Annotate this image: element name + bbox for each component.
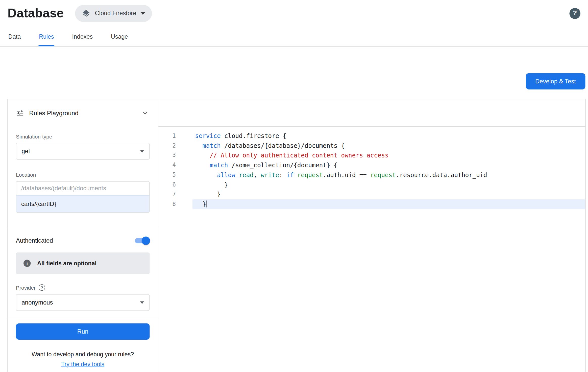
playground-title: Rules Playground (29, 109, 79, 117)
code-text[interactable]: } (192, 199, 585, 209)
page-header: Database Cloud Firestore ? (0, 0, 588, 27)
help-button[interactable]: ? (570, 8, 581, 19)
simulation-type-label: Simulation type (16, 133, 150, 140)
code-line: 1service cloud.firestore { (158, 131, 585, 141)
authenticated-label: Authenticated (16, 237, 53, 244)
question-mark-icon: ? (573, 10, 577, 17)
database-selector[interactable]: Cloud Firestore (75, 5, 152, 22)
location-box: /databases/(default)/documents carts/{ca… (16, 181, 150, 213)
code-text[interactable]: allow read, write: if request.auth.uid =… (192, 170, 585, 180)
firestore-icon (82, 9, 91, 18)
divider (8, 228, 158, 228)
dropdown-arrow-icon (140, 150, 144, 153)
chevron-down-icon[interactable] (141, 108, 150, 118)
code-line: 2 match /databases/{database}/documents … (158, 141, 585, 151)
code-text[interactable]: match /databases/{database}/documents { (192, 141, 585, 151)
location-label: Location (16, 172, 150, 178)
info-banner: i All fields are optional (16, 252, 150, 274)
code-text[interactable]: } (192, 190, 585, 199)
code-line: 5 allow read, write: if request.auth.uid… (158, 170, 585, 180)
provider-row: Provider ? (16, 284, 150, 291)
code-text[interactable]: } (192, 180, 585, 190)
provider-help-icon[interactable]: ? (39, 284, 45, 291)
text-cursor (206, 200, 207, 207)
provider-value: anonymous (22, 299, 53, 306)
line-number: 4 (158, 160, 192, 170)
code-editor[interactable]: 1service cloud.firestore {2 match /datab… (158, 127, 585, 372)
line-number: 6 (158, 180, 192, 190)
tab-usage[interactable]: Usage (110, 27, 129, 46)
playground-header[interactable]: Rules Playground (8, 99, 158, 127)
firebase-database-page: Database Cloud Firestore ? DataRulesInde… (0, 0, 588, 372)
divider (8, 318, 158, 318)
tab-rules[interactable]: Rules (38, 27, 55, 46)
toggle-thumb (142, 237, 150, 245)
authenticated-toggle[interactable] (135, 238, 149, 243)
database-selector-label: Cloud Firestore (95, 10, 136, 17)
code-line: 4 match /some_collection/{document} { (158, 160, 585, 170)
actions-row: Develop & Test (0, 73, 588, 90)
page-title: Database (8, 6, 64, 20)
tab-data[interactable]: Data (8, 27, 21, 46)
code-line: 7 } (158, 190, 585, 199)
code-text[interactable]: match /some_collection/{document} { (192, 160, 585, 170)
dropdown-arrow-icon (140, 301, 144, 304)
dev-tools-link[interactable]: Try the dev tools (61, 361, 104, 368)
line-number: 3 (158, 151, 192, 160)
location-placeholder[interactable]: /databases/(default)/documents (16, 182, 150, 195)
info-icon: i (23, 260, 31, 267)
chevron-down-icon (140, 12, 145, 15)
simulation-type-value: get (22, 148, 30, 155)
playground-body: Simulation type get Location /databases/… (8, 133, 158, 368)
location-input[interactable]: carts/{cartID} (16, 195, 150, 213)
provider-select[interactable]: anonymous (16, 294, 150, 311)
authenticated-row: Authenticated (16, 237, 150, 244)
line-number: 7 (158, 190, 192, 199)
code-text[interactable]: service cloud.firestore { (192, 131, 585, 141)
tabs: DataRulesIndexesUsage (0, 27, 588, 47)
dev-tools-footer: Want to develop and debug your rules? Tr… (16, 351, 150, 368)
rules-main-panel: Rules Playground Simulation type get Loc… (7, 99, 586, 372)
code-text[interactable]: // Allow only authenticated content owne… (192, 151, 585, 160)
rules-playground-panel: Rules Playground Simulation type get Loc… (8, 99, 158, 372)
tab-indexes[interactable]: Indexes (71, 27, 93, 46)
line-number: 1 (158, 131, 192, 141)
info-banner-text: All fields are optional (37, 260, 96, 267)
run-button[interactable]: Run (16, 323, 150, 340)
code-line: 8 } (158, 199, 585, 209)
dev-tools-question: Want to develop and debug your rules? (16, 351, 150, 358)
line-number: 8 (158, 199, 192, 209)
simulation-type-select[interactable]: get (16, 143, 150, 160)
line-number: 5 (158, 170, 192, 180)
code-panel-header (158, 99, 585, 127)
tune-icon (16, 109, 24, 117)
line-number: 2 (158, 141, 192, 151)
provider-label: Provider (16, 285, 36, 291)
code-panel: 1service cloud.firestore {2 match /datab… (158, 99, 585, 372)
develop-test-button[interactable]: Develop & Test (526, 73, 585, 90)
code-line: 6 } (158, 180, 585, 190)
code-line: 3 // Allow only authenticated content ow… (158, 151, 585, 160)
